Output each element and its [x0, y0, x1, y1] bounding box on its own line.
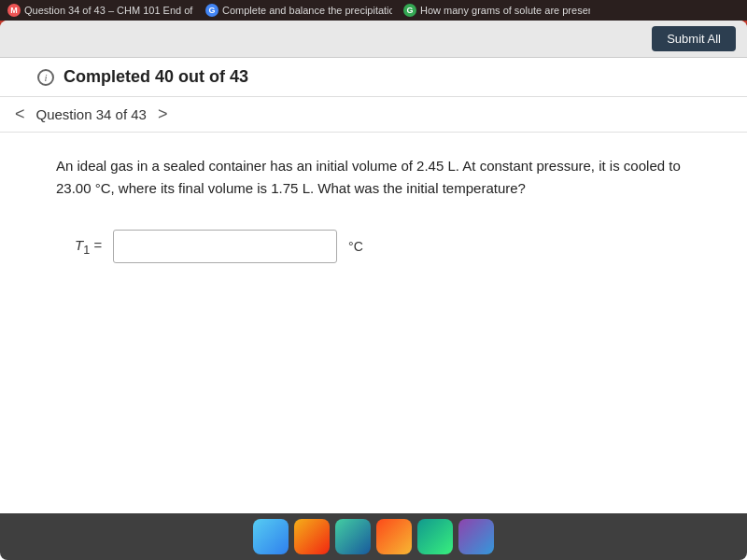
dock-icon-2[interactable]	[335, 519, 371, 554]
completed-bar: i Completed 40 out of 43	[0, 58, 747, 97]
dock-icon-finder[interactable]	[253, 519, 289, 554]
question-text: An ideal gas in a sealed container has a…	[56, 155, 691, 200]
next-question-button[interactable]: >	[154, 105, 172, 124]
prev-question-button[interactable]: <	[11, 105, 29, 124]
google-tab-icon-1: G	[205, 4, 218, 17]
info-icon: i	[37, 69, 54, 86]
question-content: An ideal gas in a sealed container has a…	[0, 133, 747, 560]
tab-3[interactable]: G How many grams of solute are present i…	[403, 4, 590, 17]
unit-label: °C	[348, 239, 363, 254]
browser-window: Submit All © Macmillan Learning i Comple…	[0, 21, 747, 560]
answer-area: T1 = °C	[56, 230, 691, 263]
dock-icon-1[interactable]	[294, 519, 330, 554]
completed-text: Completed 40 out of 43	[63, 67, 248, 87]
browser-header: Submit All	[0, 21, 747, 58]
tab-3-label: How many grams of solute are present in …	[420, 5, 590, 16]
submit-all-button[interactable]: Submit All	[652, 26, 736, 51]
answer-input[interactable]	[113, 230, 337, 263]
tab-1-label: Question 34 of 43 – CHM 101 End of Term …	[24, 5, 194, 16]
dock-icon-3[interactable]	[376, 519, 412, 554]
variable-label: T1 =	[75, 237, 102, 257]
dock-icon-5[interactable]	[458, 519, 494, 554]
content-area: © Macmillan Learning i Completed 40 out …	[0, 58, 747, 560]
question-label: Question 34 of 43	[36, 106, 147, 122]
macmillan-tab-icon: M	[7, 4, 21, 17]
tab-2-label: Complete and balance the precipitation r…	[222, 5, 392, 16]
tab-1[interactable]: M Question 34 of 43 – CHM 101 End of Ter…	[7, 4, 194, 17]
question-nav: < Question 34 of 43 >	[0, 97, 747, 133]
dock-icon-4[interactable]	[417, 519, 453, 554]
bottom-taskbar	[0, 513, 747, 560]
browser-tab-bar: M Question 34 of 43 – CHM 101 End of Ter…	[0, 0, 747, 21]
google-tab-icon-2: G	[403, 4, 416, 17]
tab-2[interactable]: G Complete and balance the precipitation…	[205, 4, 392, 17]
